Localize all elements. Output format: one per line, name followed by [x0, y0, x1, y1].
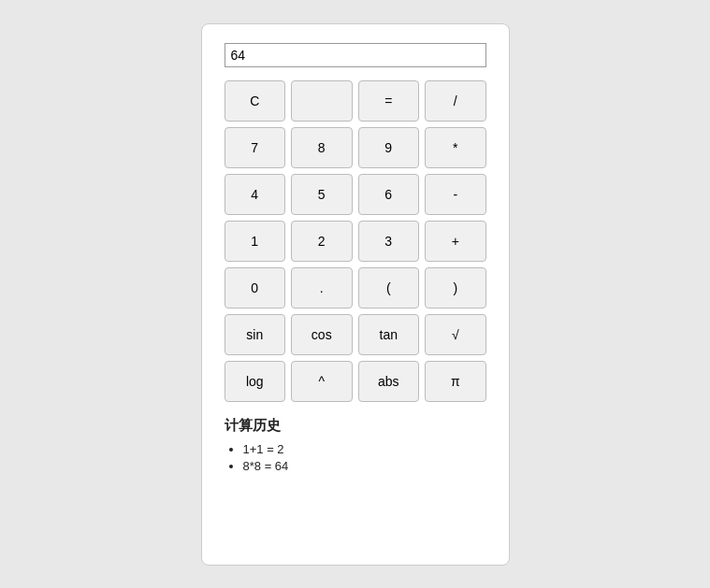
equals-button[interactable]: = [358, 80, 420, 122]
add-button[interactable]: + [425, 221, 486, 262]
one-button[interactable]: 1 [225, 221, 286, 262]
list-item: 1+1 = 2 [243, 442, 486, 456]
nine-button[interactable]: 9 [358, 127, 420, 168]
power-button[interactable]: ^ [291, 361, 353, 402]
cos-button[interactable]: cos [291, 314, 353, 355]
subtract-button[interactable]: - [425, 174, 486, 215]
sin-button[interactable]: sin [225, 314, 286, 355]
four-button[interactable]: 4 [225, 174, 286, 215]
clear-button[interactable]: C [225, 80, 286, 122]
pi-button[interactable]: π [425, 361, 486, 402]
divide-button[interactable]: / [425, 80, 486, 122]
decimal-button[interactable]: . [291, 267, 353, 308]
calculator: C = / 7 8 9 * 4 5 6 - 1 2 3 + 0 . [201, 23, 510, 566]
history-section: 计算历史 1+1 = 2 8*8 = 64 [225, 417, 486, 473]
close-paren-button[interactable]: ) [425, 267, 486, 308]
seven-button[interactable]: 7 [225, 127, 286, 168]
display-input[interactable] [225, 43, 486, 67]
history-title: 计算历史 [225, 417, 486, 435]
three-button[interactable]: 3 [358, 221, 420, 262]
sqrt-button[interactable]: √ [425, 314, 486, 355]
history-list: 1+1 = 2 8*8 = 64 [225, 442, 486, 473]
zero-button[interactable]: 0 [225, 267, 286, 308]
backspace-button[interactable] [291, 80, 353, 122]
six-button[interactable]: 6 [358, 174, 420, 215]
abs-button[interactable]: abs [358, 361, 420, 402]
eight-button[interactable]: 8 [291, 127, 353, 168]
buttons-grid: C = / 7 8 9 * 4 5 6 - 1 2 3 + 0 . [225, 80, 486, 402]
log-button[interactable]: log [225, 361, 286, 402]
two-button[interactable]: 2 [291, 221, 353, 262]
tan-button[interactable]: tan [358, 314, 420, 355]
five-button[interactable]: 5 [291, 174, 353, 215]
list-item: 8*8 = 64 [243, 459, 486, 473]
multiply-button[interactable]: * [425, 127, 486, 168]
open-paren-button[interactable]: ( [358, 267, 420, 308]
